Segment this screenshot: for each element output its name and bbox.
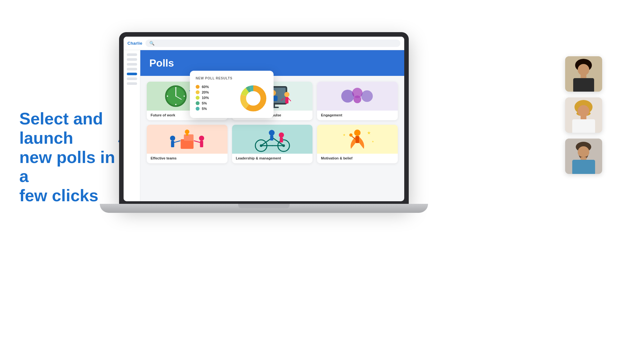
svg-point-55	[354, 130, 361, 136]
svg-point-6	[175, 104, 176, 105]
sidebar-item-5-active[interactable]	[127, 73, 137, 75]
card-image-motivation: ★ ★ ★	[317, 125, 398, 154]
svg-point-70	[578, 64, 589, 76]
svg-rect-83	[572, 160, 595, 174]
legend-dot-4	[196, 107, 200, 111]
popup-title: NEW POLL RESULTS	[196, 77, 268, 80]
headline-line1: Select and launch	[19, 109, 103, 147]
svg-point-36	[199, 136, 204, 141]
avatar-image-2	[565, 97, 602, 133]
laptop-base	[100, 204, 428, 213]
legend-dot-0	[196, 85, 200, 89]
card-label-effective-teams: Effective teams	[147, 154, 228, 163]
svg-point-27	[341, 90, 354, 103]
legend-dot-1	[196, 90, 200, 94]
svg-point-7	[167, 95, 168, 97]
legend-item-0: 60%	[196, 85, 235, 89]
poll-results-popup: NEW POLL RESULTS 60% 20% 10% 5% 5%	[190, 71, 274, 118]
avatar-card-2	[565, 97, 602, 133]
avatars-right	[565, 56, 602, 174]
svg-text:★: ★	[372, 140, 374, 143]
search-bar[interactable]: 🔍	[145, 40, 400, 47]
app-topbar: Charlie 🔍	[124, 37, 404, 50]
legend-item-2: 10%	[196, 96, 235, 100]
svg-text:★: ★	[343, 133, 346, 137]
legend-label-1: 20%	[202, 90, 209, 94]
legend-item-1: 20%	[196, 90, 235, 94]
svg-rect-37	[200, 141, 203, 147]
poll-card-engagement[interactable]: Engagement	[317, 82, 398, 120]
svg-point-67	[247, 92, 260, 105]
svg-rect-24	[285, 97, 288, 104]
poll-card-motivation[interactable]: ★ ★ ★ Motivation & belief	[317, 125, 398, 163]
avatar-image-1	[565, 56, 602, 92]
avatar-image-3	[565, 139, 602, 174]
avatar-card-1	[565, 56, 602, 92]
popup-body: 60% 20% 10% 5% 5%	[196, 84, 268, 113]
legend-item-4: 5%	[196, 107, 235, 111]
headline-line3: few clicks	[19, 186, 98, 205]
svg-point-8	[183, 95, 185, 97]
card-image-leadership	[232, 125, 313, 154]
poll-card-effective-teams[interactable]: Effective teams	[147, 125, 228, 163]
svg-rect-40	[186, 134, 188, 136]
svg-rect-34	[171, 141, 174, 147]
search-icon: 🔍	[149, 41, 154, 46]
avatar-card-3	[565, 139, 602, 174]
legend-dot-3	[196, 101, 200, 105]
laptop-screen-inner: Charlie 🔍	[124, 37, 404, 201]
illus-engagement	[317, 82, 398, 111]
card-label-motivation: Motivation & belief	[317, 154, 398, 163]
svg-point-5	[175, 87, 176, 88]
svg-rect-56	[356, 136, 359, 143]
svg-point-39	[185, 130, 189, 134]
sidebar-item-1[interactable]	[127, 53, 137, 56]
svg-line-38	[194, 141, 200, 142]
svg-point-76	[578, 105, 589, 117]
svg-rect-78	[572, 119, 595, 133]
svg-point-30	[354, 95, 361, 103]
svg-rect-54	[280, 138, 283, 142]
svg-rect-77	[581, 116, 586, 119]
legend-item-3: 5%	[196, 101, 235, 105]
sidebar-item-7[interactable]	[127, 82, 137, 85]
svg-point-23	[284, 92, 289, 97]
legend-label-3: 5%	[202, 101, 207, 105]
card-label-engagement: Engagement	[317, 111, 398, 120]
app-logo: Charlie	[127, 41, 142, 46]
svg-rect-71	[581, 75, 586, 78]
legend-label-4: 5%	[202, 107, 207, 111]
svg-point-33	[170, 136, 175, 141]
legend-dot-2	[196, 96, 200, 100]
illus-leadership	[232, 125, 313, 154]
card-label-leadership: Leadership & management	[232, 154, 313, 163]
laptop-wrapper: Charlie 🔍	[119, 32, 415, 225]
legend-list: 60% 20% 10% 5% 5%	[196, 85, 235, 112]
legend-label-0: 60%	[202, 85, 209, 89]
donut-chart	[239, 84, 268, 113]
card-image-effective-teams	[147, 125, 228, 154]
sidebar-item-3[interactable]	[127, 63, 137, 66]
svg-point-29	[361, 90, 373, 102]
svg-rect-82	[581, 157, 586, 160]
illus-effective-teams	[147, 125, 228, 154]
polls-title: Polls	[149, 57, 174, 69]
sidebar-item-4[interactable]	[127, 68, 137, 70]
laptop-screen-frame: Charlie 🔍	[119, 32, 409, 206]
sidebar	[124, 50, 140, 201]
svg-point-58	[350, 133, 353, 137]
legend-label-2: 10%	[202, 96, 209, 100]
sidebar-item-2[interactable]	[127, 58, 137, 61]
svg-point-53	[279, 132, 284, 138]
svg-line-35	[174, 141, 180, 142]
svg-text:★: ★	[367, 130, 371, 135]
illus-motivation: ★ ★ ★	[317, 125, 398, 154]
svg-rect-52	[270, 135, 273, 140]
poll-card-leadership[interactable]: Leadership & management	[232, 125, 313, 163]
svg-rect-32	[184, 134, 193, 141]
svg-line-26	[288, 98, 291, 101]
svg-rect-72	[573, 78, 594, 92]
card-image-engagement	[317, 82, 398, 111]
sidebar-item-6[interactable]	[127, 77, 137, 80]
svg-point-51	[269, 130, 275, 136]
